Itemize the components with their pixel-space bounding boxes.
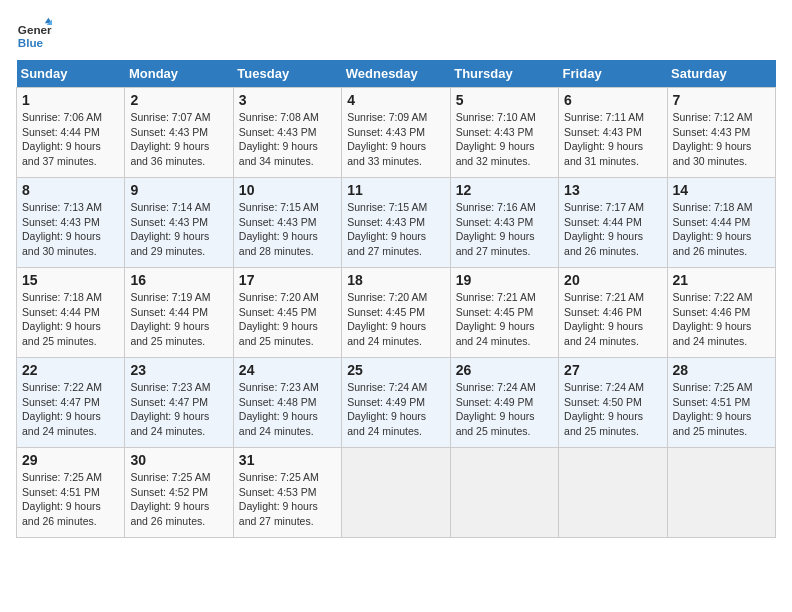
day-number: 26	[456, 362, 553, 378]
day-cell: 28Sunrise: 7:25 AMSunset: 4:51 PMDayligh…	[667, 358, 775, 448]
calendar-table: SundayMondayTuesdayWednesdayThursdayFrid…	[16, 60, 776, 538]
day-cell: 16Sunrise: 7:19 AMSunset: 4:44 PMDayligh…	[125, 268, 233, 358]
day-cell: 20Sunrise: 7:21 AMSunset: 4:46 PMDayligh…	[559, 268, 667, 358]
cell-content: Sunrise: 7:10 AMSunset: 4:43 PMDaylight:…	[456, 110, 553, 169]
day-cell: 2Sunrise: 7:07 AMSunset: 4:43 PMDaylight…	[125, 88, 233, 178]
week-row-2: 8Sunrise: 7:13 AMSunset: 4:43 PMDaylight…	[17, 178, 776, 268]
day-number: 1	[22, 92, 119, 108]
day-cell: 10Sunrise: 7:15 AMSunset: 4:43 PMDayligh…	[233, 178, 341, 268]
day-cell: 11Sunrise: 7:15 AMSunset: 4:43 PMDayligh…	[342, 178, 450, 268]
logo: General Blue	[16, 16, 58, 52]
day-number: 15	[22, 272, 119, 288]
cell-content: Sunrise: 7:16 AMSunset: 4:43 PMDaylight:…	[456, 200, 553, 259]
cell-content: Sunrise: 7:22 AMSunset: 4:47 PMDaylight:…	[22, 380, 119, 439]
cell-content: Sunrise: 7:18 AMSunset: 4:44 PMDaylight:…	[22, 290, 119, 349]
col-header-monday: Monday	[125, 60, 233, 88]
day-number: 12	[456, 182, 553, 198]
day-number: 29	[22, 452, 119, 468]
cell-content: Sunrise: 7:17 AMSunset: 4:44 PMDaylight:…	[564, 200, 661, 259]
day-cell: 3Sunrise: 7:08 AMSunset: 4:43 PMDaylight…	[233, 88, 341, 178]
day-number: 22	[22, 362, 119, 378]
day-number: 8	[22, 182, 119, 198]
day-cell: 9Sunrise: 7:14 AMSunset: 4:43 PMDaylight…	[125, 178, 233, 268]
cell-content: Sunrise: 7:14 AMSunset: 4:43 PMDaylight:…	[130, 200, 227, 259]
day-number: 27	[564, 362, 661, 378]
day-number: 23	[130, 362, 227, 378]
day-number: 17	[239, 272, 336, 288]
day-cell: 24Sunrise: 7:23 AMSunset: 4:48 PMDayligh…	[233, 358, 341, 448]
day-number: 16	[130, 272, 227, 288]
cell-content: Sunrise: 7:20 AMSunset: 4:45 PMDaylight:…	[239, 290, 336, 349]
cell-content: Sunrise: 7:25 AMSunset: 4:53 PMDaylight:…	[239, 470, 336, 529]
day-number: 6	[564, 92, 661, 108]
day-number: 25	[347, 362, 444, 378]
day-number: 24	[239, 362, 336, 378]
day-cell: 4Sunrise: 7:09 AMSunset: 4:43 PMDaylight…	[342, 88, 450, 178]
day-cell	[342, 448, 450, 538]
day-number: 18	[347, 272, 444, 288]
day-cell: 8Sunrise: 7:13 AMSunset: 4:43 PMDaylight…	[17, 178, 125, 268]
cell-content: Sunrise: 7:24 AMSunset: 4:50 PMDaylight:…	[564, 380, 661, 439]
cell-content: Sunrise: 7:09 AMSunset: 4:43 PMDaylight:…	[347, 110, 444, 169]
cell-content: Sunrise: 7:25 AMSunset: 4:51 PMDaylight:…	[673, 380, 770, 439]
cell-content: Sunrise: 7:25 AMSunset: 4:52 PMDaylight:…	[130, 470, 227, 529]
day-cell: 31Sunrise: 7:25 AMSunset: 4:53 PMDayligh…	[233, 448, 341, 538]
week-row-1: 1Sunrise: 7:06 AMSunset: 4:44 PMDaylight…	[17, 88, 776, 178]
day-number: 20	[564, 272, 661, 288]
day-cell: 19Sunrise: 7:21 AMSunset: 4:45 PMDayligh…	[450, 268, 558, 358]
day-number: 10	[239, 182, 336, 198]
cell-content: Sunrise: 7:13 AMSunset: 4:43 PMDaylight:…	[22, 200, 119, 259]
week-row-5: 29Sunrise: 7:25 AMSunset: 4:51 PMDayligh…	[17, 448, 776, 538]
cell-content: Sunrise: 7:11 AMSunset: 4:43 PMDaylight:…	[564, 110, 661, 169]
day-number: 21	[673, 272, 770, 288]
day-cell: 29Sunrise: 7:25 AMSunset: 4:51 PMDayligh…	[17, 448, 125, 538]
cell-content: Sunrise: 7:21 AMSunset: 4:45 PMDaylight:…	[456, 290, 553, 349]
col-header-saturday: Saturday	[667, 60, 775, 88]
day-cell: 27Sunrise: 7:24 AMSunset: 4:50 PMDayligh…	[559, 358, 667, 448]
svg-text:Blue: Blue	[18, 36, 44, 49]
cell-content: Sunrise: 7:23 AMSunset: 4:48 PMDaylight:…	[239, 380, 336, 439]
day-cell: 5Sunrise: 7:10 AMSunset: 4:43 PMDaylight…	[450, 88, 558, 178]
day-cell: 7Sunrise: 7:12 AMSunset: 4:43 PMDaylight…	[667, 88, 775, 178]
col-header-wednesday: Wednesday	[342, 60, 450, 88]
cell-content: Sunrise: 7:08 AMSunset: 4:43 PMDaylight:…	[239, 110, 336, 169]
day-number: 31	[239, 452, 336, 468]
cell-content: Sunrise: 7:15 AMSunset: 4:43 PMDaylight:…	[239, 200, 336, 259]
day-number: 3	[239, 92, 336, 108]
col-header-sunday: Sunday	[17, 60, 125, 88]
cell-content: Sunrise: 7:06 AMSunset: 4:44 PMDaylight:…	[22, 110, 119, 169]
day-number: 13	[564, 182, 661, 198]
day-number: 28	[673, 362, 770, 378]
day-cell: 12Sunrise: 7:16 AMSunset: 4:43 PMDayligh…	[450, 178, 558, 268]
cell-content: Sunrise: 7:07 AMSunset: 4:43 PMDaylight:…	[130, 110, 227, 169]
cell-content: Sunrise: 7:12 AMSunset: 4:43 PMDaylight:…	[673, 110, 770, 169]
cell-content: Sunrise: 7:24 AMSunset: 4:49 PMDaylight:…	[347, 380, 444, 439]
day-cell: 17Sunrise: 7:20 AMSunset: 4:45 PMDayligh…	[233, 268, 341, 358]
day-number: 4	[347, 92, 444, 108]
cell-content: Sunrise: 7:25 AMSunset: 4:51 PMDaylight:…	[22, 470, 119, 529]
day-cell	[559, 448, 667, 538]
day-number: 19	[456, 272, 553, 288]
day-cell	[450, 448, 558, 538]
cell-content: Sunrise: 7:20 AMSunset: 4:45 PMDaylight:…	[347, 290, 444, 349]
day-cell	[667, 448, 775, 538]
day-cell: 22Sunrise: 7:22 AMSunset: 4:47 PMDayligh…	[17, 358, 125, 448]
header-row: SundayMondayTuesdayWednesdayThursdayFrid…	[17, 60, 776, 88]
day-number: 30	[130, 452, 227, 468]
cell-content: Sunrise: 7:19 AMSunset: 4:44 PMDaylight:…	[130, 290, 227, 349]
day-cell: 18Sunrise: 7:20 AMSunset: 4:45 PMDayligh…	[342, 268, 450, 358]
day-cell: 26Sunrise: 7:24 AMSunset: 4:49 PMDayligh…	[450, 358, 558, 448]
day-cell: 21Sunrise: 7:22 AMSunset: 4:46 PMDayligh…	[667, 268, 775, 358]
cell-content: Sunrise: 7:23 AMSunset: 4:47 PMDaylight:…	[130, 380, 227, 439]
day-cell: 15Sunrise: 7:18 AMSunset: 4:44 PMDayligh…	[17, 268, 125, 358]
col-header-friday: Friday	[559, 60, 667, 88]
cell-content: Sunrise: 7:21 AMSunset: 4:46 PMDaylight:…	[564, 290, 661, 349]
cell-content: Sunrise: 7:24 AMSunset: 4:49 PMDaylight:…	[456, 380, 553, 439]
week-row-4: 22Sunrise: 7:22 AMSunset: 4:47 PMDayligh…	[17, 358, 776, 448]
day-cell: 14Sunrise: 7:18 AMSunset: 4:44 PMDayligh…	[667, 178, 775, 268]
logo-icon: General Blue	[16, 16, 52, 52]
day-cell: 1Sunrise: 7:06 AMSunset: 4:44 PMDaylight…	[17, 88, 125, 178]
day-cell: 25Sunrise: 7:24 AMSunset: 4:49 PMDayligh…	[342, 358, 450, 448]
day-number: 9	[130, 182, 227, 198]
day-number: 7	[673, 92, 770, 108]
